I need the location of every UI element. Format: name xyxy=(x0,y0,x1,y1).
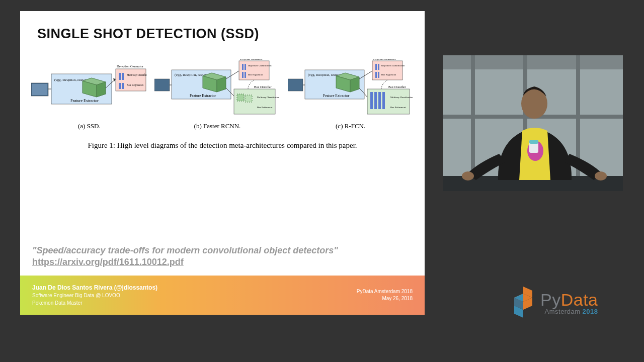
footer-event: PyData Amsterdam 2018 xyxy=(357,288,413,296)
presentation-slide: SINGLE SHOT DETECTION (SSD) (vgg, incept… xyxy=(20,11,425,315)
label-boxref: Box Refinement xyxy=(257,106,273,109)
label-boxreg: Box Regression xyxy=(127,83,143,86)
speaker-camera xyxy=(443,55,623,191)
slide-reference: "Speed/accuracy trade-offs for modern co… xyxy=(20,245,425,272)
svg-rect-43 xyxy=(370,92,373,109)
svg-rect-11 xyxy=(122,73,124,80)
diagram-frcnn-svg: (vgg, inception, resnet, etc) Feature Ex… xyxy=(154,59,280,119)
svg-rect-12 xyxy=(119,83,121,89)
pydata-logo-text: PyData Amsterdam 2018 xyxy=(540,290,598,315)
label-detgen: Detection Generator xyxy=(117,64,144,68)
label-boxcls: Box Classifier xyxy=(388,85,406,88)
diagram-ssd: (vgg, inception, resnet, etc) Feature Ex… xyxy=(31,64,147,130)
svg-rect-27 xyxy=(234,89,275,114)
speaker-illustration xyxy=(443,55,623,191)
caption-ssd: (a) SSD. xyxy=(78,122,101,130)
label-objcls: Objectness Classification xyxy=(381,64,405,67)
diagram-faster-rcnn: (vgg, inception, resnet, etc) Feature Ex… xyxy=(154,59,280,130)
label-feature-extractor: Feature Extractor xyxy=(70,99,99,103)
label-propgen: Proposal Generator xyxy=(373,59,396,60)
svg-rect-49 xyxy=(443,55,623,69)
caption-frcnn: (b) Faster RCNN. xyxy=(194,122,241,130)
caption-rfcn: (c) R-FCN. xyxy=(336,122,365,130)
svg-rect-28 xyxy=(237,94,244,101)
label-mclass: Multiway Classification xyxy=(390,96,413,99)
svg-rect-42 xyxy=(367,89,410,114)
figure-diagrams: (vgg, inception, resnet, etc) Feature Ex… xyxy=(20,47,425,134)
label-propgen: Proposal Generator xyxy=(240,59,263,60)
footer-date: May 26, 2018 xyxy=(357,295,413,303)
svg-rect-30 xyxy=(288,79,303,91)
brand-city: Amsterdam xyxy=(545,308,583,315)
svg-rect-24 xyxy=(242,72,244,78)
svg-rect-14 xyxy=(154,79,170,91)
paper-link[interactable]: https://arxiv.org/pdf/1611.10012.pdf xyxy=(32,257,413,267)
svg-rect-46 xyxy=(382,92,385,109)
label-boxreg: Box Regression xyxy=(381,73,396,76)
brand-year: 2018 xyxy=(583,308,598,315)
svg-rect-1 xyxy=(32,84,47,95)
figure-caption: Figure 1: High level diagrams of the det… xyxy=(20,141,425,150)
pydata-logo: PyData Amsterdam 2018 xyxy=(510,281,629,325)
label-boxreg: Box Regression xyxy=(248,73,263,76)
brand-data: Data xyxy=(561,290,598,310)
svg-rect-10 xyxy=(119,73,121,80)
svg-rect-13 xyxy=(122,83,124,89)
svg-rect-29 xyxy=(245,95,252,102)
svg-rect-39 xyxy=(378,64,379,70)
diagram-rfcn-svg: (vgg, inception, resnet, etc) Feature Ex… xyxy=(288,59,414,119)
svg-rect-40 xyxy=(375,72,377,78)
label-feature-extractor: Feature Extractor xyxy=(190,94,216,98)
svg-rect-52 xyxy=(576,55,580,191)
label-objcls: Objectness Classification xyxy=(248,64,272,67)
label-mclass: Multiway Classification xyxy=(257,96,280,99)
footer-author-block: Juan De Dios Santos Rivera (@jdiossantos… xyxy=(32,284,157,307)
svg-rect-45 xyxy=(378,92,381,109)
svg-rect-22 xyxy=(242,64,244,70)
svg-rect-41 xyxy=(378,72,379,78)
svg-rect-38 xyxy=(375,64,377,70)
label-mclass: Multiway Classification xyxy=(127,73,147,76)
pydata-logo-icon xyxy=(510,286,536,320)
label-feature-extractor: Feature Extractor xyxy=(323,94,350,98)
label-boxcls: Box Classifier xyxy=(254,85,272,88)
svg-rect-44 xyxy=(374,92,377,109)
footer-role2: Pokemon Data Master xyxy=(32,300,157,307)
svg-rect-23 xyxy=(245,64,246,70)
footer-event-block: PyData Amsterdam 2018 May 26, 2018 xyxy=(357,288,413,303)
diagram-rfcn: (vgg, inception, resnet, etc) Feature Ex… xyxy=(288,59,414,130)
footer-author: Juan De Dios Santos Rivera (@jdiossantos… xyxy=(32,284,157,292)
slide-footer: Juan De Dios Santos Rivera (@jdiossantos… xyxy=(20,276,425,315)
svg-point-59 xyxy=(462,171,474,180)
svg-rect-58 xyxy=(529,140,538,144)
slide-title: SINGLE SHOT DETECTION (SSD) xyxy=(20,11,425,47)
brand-py: Py xyxy=(540,290,561,310)
svg-rect-25 xyxy=(245,72,246,78)
label-boxref: Box Refinement xyxy=(390,106,406,109)
svg-point-60 xyxy=(595,171,607,180)
diagram-ssd-svg: (vgg, inception, resnet, etc) Feature Ex… xyxy=(31,64,147,119)
paper-title: "Speed/accuracy trade-offs for modern co… xyxy=(32,245,413,256)
footer-role1: Software Engineer Big Data @ LOVOO xyxy=(32,292,157,300)
